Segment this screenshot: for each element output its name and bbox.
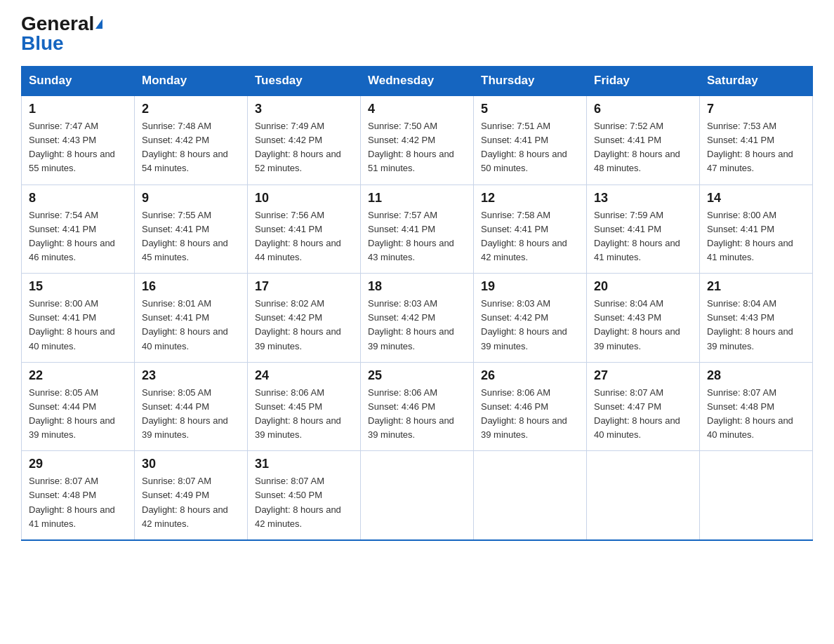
day-info: Sunrise: 8:03 AMSunset: 4:42 PMDaylight:… (481, 297, 579, 354)
logo-triangle-icon (95, 19, 102, 29)
day-number: 7 (707, 102, 805, 116)
day-info: Sunrise: 7:55 AMSunset: 4:41 PMDaylight:… (142, 208, 240, 265)
day-number: 9 (142, 191, 240, 206)
day-number: 19 (481, 279, 579, 294)
day-info: Sunrise: 8:06 AMSunset: 4:45 PMDaylight:… (255, 386, 353, 443)
day-number: 26 (481, 368, 579, 383)
calendar-cell: 24 Sunrise: 8:06 AMSunset: 4:45 PMDaylig… (248, 362, 361, 451)
calendar-cell: 28 Sunrise: 8:07 AMSunset: 4:48 PMDaylig… (700, 362, 813, 451)
calendar-cell: 15 Sunrise: 8:00 AMSunset: 4:41 PMDaylig… (22, 274, 135, 363)
calendar-cell: 1 Sunrise: 7:47 AMSunset: 4:43 PMDayligh… (22, 95, 135, 185)
calendar-cell (361, 451, 474, 540)
day-info: Sunrise: 8:07 AMSunset: 4:48 PMDaylight:… (29, 474, 127, 531)
day-number: 14 (707, 191, 805, 206)
calendar-cell: 27 Sunrise: 8:07 AMSunset: 4:47 PMDaylig… (587, 362, 700, 451)
calendar-cell: 11 Sunrise: 7:57 AMSunset: 4:41 PMDaylig… (361, 185, 474, 274)
calendar-cell: 18 Sunrise: 8:03 AMSunset: 4:42 PMDaylig… (361, 274, 474, 363)
day-info: Sunrise: 8:06 AMSunset: 4:46 PMDaylight:… (368, 386, 466, 443)
day-info: Sunrise: 8:07 AMSunset: 4:49 PMDaylight:… (142, 474, 240, 531)
calendar-week-row: 22 Sunrise: 8:05 AMSunset: 4:44 PMDaylig… (22, 362, 813, 451)
logo-blue: Blue (21, 32, 64, 54)
col-header-friday: Friday (587, 67, 700, 96)
logo: General Blue (21, 14, 102, 53)
day-info: Sunrise: 7:57 AMSunset: 4:41 PMDaylight:… (368, 208, 466, 265)
calendar-cell: 13 Sunrise: 7:59 AMSunset: 4:41 PMDaylig… (587, 185, 700, 274)
calendar-cell: 4 Sunrise: 7:50 AMSunset: 4:42 PMDayligh… (361, 95, 474, 185)
day-info: Sunrise: 8:03 AMSunset: 4:42 PMDaylight:… (368, 297, 466, 354)
calendar-cell: 30 Sunrise: 8:07 AMSunset: 4:49 PMDaylig… (135, 451, 248, 540)
day-number: 4 (368, 102, 466, 116)
calendar-week-row: 15 Sunrise: 8:00 AMSunset: 4:41 PMDaylig… (22, 274, 813, 363)
calendar-cell: 22 Sunrise: 8:05 AMSunset: 4:44 PMDaylig… (22, 362, 135, 451)
day-number: 20 (594, 279, 692, 294)
day-info: Sunrise: 8:07 AMSunset: 4:50 PMDaylight:… (255, 474, 353, 531)
day-info: Sunrise: 8:04 AMSunset: 4:43 PMDaylight:… (594, 297, 692, 354)
day-info: Sunrise: 8:05 AMSunset: 4:44 PMDaylight:… (29, 386, 127, 443)
day-info: Sunrise: 7:47 AMSunset: 4:43 PMDaylight:… (29, 119, 127, 176)
day-number: 30 (142, 457, 240, 471)
col-header-thursday: Thursday (474, 67, 587, 96)
day-number: 15 (29, 279, 127, 294)
day-number: 3 (255, 102, 353, 116)
day-number: 11 (368, 191, 466, 206)
day-number: 25 (368, 368, 466, 383)
calendar-cell: 26 Sunrise: 8:06 AMSunset: 4:46 PMDaylig… (474, 362, 587, 451)
calendar-week-row: 1 Sunrise: 7:47 AMSunset: 4:43 PMDayligh… (22, 95, 813, 185)
calendar-cell: 7 Sunrise: 7:53 AMSunset: 4:41 PMDayligh… (700, 95, 813, 185)
calendar-cell: 20 Sunrise: 8:04 AMSunset: 4:43 PMDaylig… (587, 274, 700, 363)
page-header: General Blue (21, 14, 813, 53)
logo-text: General Blue (21, 14, 102, 53)
day-info: Sunrise: 7:53 AMSunset: 4:41 PMDaylight:… (707, 119, 805, 176)
day-number: 24 (255, 368, 353, 383)
calendar-cell: 25 Sunrise: 8:06 AMSunset: 4:46 PMDaylig… (361, 362, 474, 451)
col-header-wednesday: Wednesday (361, 67, 474, 96)
calendar-cell: 3 Sunrise: 7:49 AMSunset: 4:42 PMDayligh… (248, 95, 361, 185)
calendar-cell: 10 Sunrise: 7:56 AMSunset: 4:41 PMDaylig… (248, 185, 361, 274)
col-header-sunday: Sunday (22, 67, 135, 96)
day-info: Sunrise: 7:59 AMSunset: 4:41 PMDaylight:… (594, 208, 692, 265)
calendar-cell: 12 Sunrise: 7:58 AMSunset: 4:41 PMDaylig… (474, 185, 587, 274)
day-number: 29 (29, 457, 127, 471)
day-number: 31 (255, 457, 353, 471)
day-number: 16 (142, 279, 240, 294)
calendar-cell: 14 Sunrise: 8:00 AMSunset: 4:41 PMDaylig… (700, 185, 813, 274)
day-number: 10 (255, 191, 353, 206)
day-info: Sunrise: 8:04 AMSunset: 4:43 PMDaylight:… (707, 297, 805, 354)
day-info: Sunrise: 7:49 AMSunset: 4:42 PMDaylight:… (255, 119, 353, 176)
calendar-week-row: 8 Sunrise: 7:54 AMSunset: 4:41 PMDayligh… (22, 185, 813, 274)
calendar-cell: 6 Sunrise: 7:52 AMSunset: 4:41 PMDayligh… (587, 95, 700, 185)
day-number: 12 (481, 191, 579, 206)
calendar-cell: 8 Sunrise: 7:54 AMSunset: 4:41 PMDayligh… (22, 185, 135, 274)
calendar-cell: 2 Sunrise: 7:48 AMSunset: 4:42 PMDayligh… (135, 95, 248, 185)
calendar-cell: 16 Sunrise: 8:01 AMSunset: 4:41 PMDaylig… (135, 274, 248, 363)
day-info: Sunrise: 7:48 AMSunset: 4:42 PMDaylight:… (142, 119, 240, 176)
calendar-cell (700, 451, 813, 540)
day-info: Sunrise: 7:51 AMSunset: 4:41 PMDaylight:… (481, 119, 579, 176)
calendar-header-row: SundayMondayTuesdayWednesdayThursdayFrid… (22, 67, 813, 96)
day-info: Sunrise: 8:07 AMSunset: 4:48 PMDaylight:… (707, 386, 805, 443)
day-info: Sunrise: 7:50 AMSunset: 4:42 PMDaylight:… (368, 119, 466, 176)
calendar-table: SundayMondayTuesdayWednesdayThursdayFrid… (21, 66, 813, 541)
day-number: 28 (707, 368, 805, 383)
day-info: Sunrise: 8:00 AMSunset: 4:41 PMDaylight:… (29, 297, 127, 354)
day-info: Sunrise: 8:02 AMSunset: 4:42 PMDaylight:… (255, 297, 353, 354)
calendar-cell: 29 Sunrise: 8:07 AMSunset: 4:48 PMDaylig… (22, 451, 135, 540)
day-number: 27 (594, 368, 692, 383)
calendar-cell: 21 Sunrise: 8:04 AMSunset: 4:43 PMDaylig… (700, 274, 813, 363)
day-number: 1 (29, 102, 127, 116)
day-number: 18 (368, 279, 466, 294)
calendar-cell: 5 Sunrise: 7:51 AMSunset: 4:41 PMDayligh… (474, 95, 587, 185)
day-info: Sunrise: 8:06 AMSunset: 4:46 PMDaylight:… (481, 386, 579, 443)
day-info: Sunrise: 8:00 AMSunset: 4:41 PMDaylight:… (707, 208, 805, 265)
calendar-cell: 17 Sunrise: 8:02 AMSunset: 4:42 PMDaylig… (248, 274, 361, 363)
calendar-cell: 23 Sunrise: 8:05 AMSunset: 4:44 PMDaylig… (135, 362, 248, 451)
logo-general: General (21, 13, 94, 34)
day-number: 23 (142, 368, 240, 383)
col-header-tuesday: Tuesday (248, 67, 361, 96)
day-number: 13 (594, 191, 692, 206)
day-info: Sunrise: 7:54 AMSunset: 4:41 PMDaylight:… (29, 208, 127, 265)
day-number: 17 (255, 279, 353, 294)
day-number: 5 (481, 102, 579, 116)
col-header-monday: Monday (135, 67, 248, 96)
calendar-week-row: 29 Sunrise: 8:07 AMSunset: 4:48 PMDaylig… (22, 451, 813, 540)
